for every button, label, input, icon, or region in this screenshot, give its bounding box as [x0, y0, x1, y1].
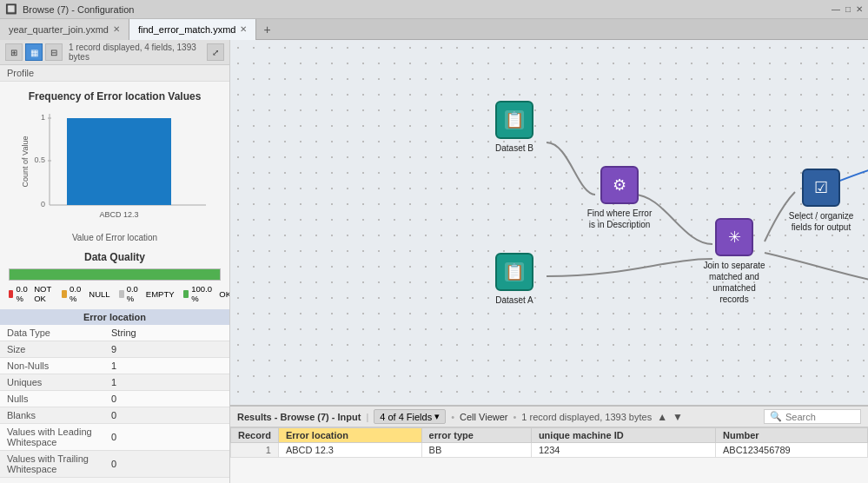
dq-bar — [9, 268, 221, 281]
nav-down-btn[interactable]: ▼ — [673, 411, 683, 423]
tab-close-icon[interactable]: ✕ — [113, 24, 120, 34]
node-dataset-a[interactable]: 📋 Dataset A — [495, 253, 533, 306]
tab-close-icon[interactable]: ✕ — [240, 24, 247, 34]
search-box: 🔍 — [764, 409, 861, 424]
col-error-type[interactable]: error type — [421, 428, 531, 443]
dq-ok-pct: 100.0 % — [191, 284, 214, 303]
stat-label: Blanks — [0, 407, 104, 424]
toolbar-info: 1 record displayed, 4 fields, 1393 bytes — [69, 43, 204, 62]
col-record[interactable]: Record — [231, 428, 279, 443]
tab-year-quarter[interactable]: year_quarter_join.yxmd ✕ — [0, 19, 129, 40]
results-title: Results - Browse (7) - Input — [237, 412, 361, 422]
expand-btn[interactable]: ⤢ — [207, 43, 224, 61]
col-number[interactable]: Number — [716, 428, 868, 443]
stat-value: 0 — [104, 424, 229, 451]
dataset-b-label: Dataset B — [495, 142, 533, 154]
toolbar-btn-1[interactable]: ⊞ — [5, 43, 23, 61]
row-num: 1 — [231, 443, 279, 458]
find-error-icon: ⚙ — [600, 166, 639, 204]
stats-row: Size9 — [0, 341, 229, 358]
canvas-area[interactable]: 📋 Dataset B ⚙ Find where Error is in Des… — [230, 40, 868, 405]
dq-null-dot — [62, 290, 67, 298]
record-info: 1 record displayed, 1393 bytes — [521, 412, 652, 422]
svg-text:Count of Value: Count of Value — [21, 136, 30, 188]
results-table-wrap[interactable]: Record Error location error type unique … — [230, 427, 868, 483]
svg-text:✳: ✳ — [728, 228, 741, 246]
results-sep: | — [366, 412, 368, 422]
left-scroll[interactable]: Frequency of Error location Values 1 0.5… — [0, 82, 229, 483]
stat-label: Values with Leading Whitespace — [0, 424, 104, 451]
dq-notok-pct: 0.0 % — [16, 284, 29, 303]
tab-bar: year_quarter_join.yxmd ✕ find_error_matc… — [0, 19, 868, 40]
dq-notok-label: NOT OK — [34, 284, 53, 303]
fields-button[interactable]: 4 of 4 Fields ▾ — [374, 409, 446, 424]
cell-viewer-label: Cell Viewer — [460, 412, 507, 422]
svg-text:📋: 📋 — [505, 110, 525, 129]
stats-row: Uniques1 — [0, 374, 229, 391]
maximize-btn[interactable]: □ — [845, 4, 851, 14]
chart-svg: 1 0.5 0 Count of Value ABCD 12.3 — [9, 109, 221, 222]
data-quality: Data Quality 0.0 % NOT OK 0.0 % — [0, 247, 229, 309]
cell-number: ABC123456789 — [716, 443, 868, 458]
search-input[interactable] — [785, 412, 855, 422]
canvas-bg — [230, 40, 868, 405]
dq-item-ok: 100.0 % OK — [183, 284, 229, 303]
select-icon: ☑ — [802, 169, 840, 207]
stat-label: Data Type — [0, 325, 104, 341]
main-layout: ⊞ ▦ ⊟ 1 record displayed, 4 fields, 1393… — [0, 40, 868, 483]
fields-btn-label: 4 of 4 Fields — [380, 412, 432, 422]
col-unique-machine[interactable]: unique machine ID — [531, 428, 715, 443]
node-select[interactable]: ☑ Select / organize fields for output — [786, 169, 856, 233]
dq-ok-dot — [183, 290, 189, 298]
dq-item-empty: 0.0 % EMPTY — [119, 284, 175, 303]
stats-row: Blanks0 — [0, 407, 229, 424]
profile-label: Profile — [0, 65, 229, 82]
node-find-error[interactable]: ⚙ Find where Error is in Description — [585, 166, 654, 230]
chart-area: Frequency of Error location Values 1 0.5… — [0, 82, 229, 247]
results-header-row: Record Error location error type unique … — [231, 428, 868, 443]
stat-label: Values with Trailing Whitespace — [0, 451, 104, 478]
dq-empty-label: EMPTY — [146, 289, 175, 299]
cell-unique-machine: 1234 — [531, 443, 715, 458]
svg-text:ABCD 12.3: ABCD 12.3 — [99, 210, 138, 219]
svg-text:0.5: 0.5 — [34, 155, 45, 164]
title-bar: 🔲 Browse (7) - Configuration — □ ✕ — [0, 0, 868, 19]
nav-up-btn[interactable]: ▲ — [657, 411, 667, 423]
dq-notok-dot — [9, 290, 13, 298]
results-sep2: • — [451, 412, 454, 422]
stat-label: Non-Nulls — [0, 358, 104, 374]
dq-empty-dot — [119, 290, 124, 298]
join-label: Join to separate matched and unmatched r… — [699, 260, 769, 305]
tab-label: find_error_match.yxmd — [138, 24, 236, 35]
dataset-a-label: Dataset A — [495, 294, 533, 306]
node-dataset-b[interactable]: 📋 Dataset B — [495, 101, 533, 154]
search-icon: 🔍 — [770, 411, 782, 422]
left-toolbar: ⊞ ▦ ⊟ 1 record displayed, 4 fields, 1393… — [0, 40, 229, 65]
add-tab-button[interactable]: + — [256, 23, 277, 36]
dq-labels-row: 0.0 % NOT OK 0.0 % NULL 0.0 % EMPTY — [9, 284, 221, 303]
close-btn[interactable]: ✕ — [856, 4, 863, 14]
dq-item-null: 0.0 % NULL — [62, 284, 110, 303]
stat-value: 1 — [104, 374, 229, 391]
minimize-btn[interactable]: — — [832, 4, 840, 14]
stat-label: Uniques — [0, 374, 104, 391]
stat-value: 0 — [104, 451, 229, 478]
col-error-location[interactable]: Error location — [278, 428, 421, 443]
tab-find-error[interactable]: find_error_match.yxmd ✕ — [129, 19, 257, 40]
stats-header: Error location — [0, 309, 229, 325]
stats-row: Nulls0 — [0, 391, 229, 407]
results-sep3: • — [513, 412, 516, 422]
results-panel: Results - Browse (7) - Input | 4 of 4 Fi… — [230, 405, 868, 483]
table-row: 1 ABCD 12.3 BB 1234 ABC123456789 — [231, 443, 868, 458]
chart-xlabel: Value of Error location — [9, 233, 221, 242]
toolbar-btn-2[interactable]: ▦ — [25, 43, 43, 61]
cell-error-location: ABCD 12.3 — [278, 443, 421, 458]
stats-table: Data TypeStringSize9Non-Nulls1Uniques1Nu… — [0, 325, 229, 478]
title-bar-text: Browse (7) - Configuration — [23, 4, 134, 15]
svg-text:☑: ☑ — [814, 179, 828, 196]
node-join[interactable]: ✳ Join to separate matched and unmatched… — [699, 218, 769, 305]
toolbar-btn-3[interactable]: ⊟ — [45, 43, 63, 61]
stat-value: 0 — [104, 391, 229, 407]
left-panel: ⊞ ▦ ⊟ 1 record displayed, 4 fields, 1393… — [0, 40, 230, 483]
stat-value: 0 — [104, 407, 229, 424]
